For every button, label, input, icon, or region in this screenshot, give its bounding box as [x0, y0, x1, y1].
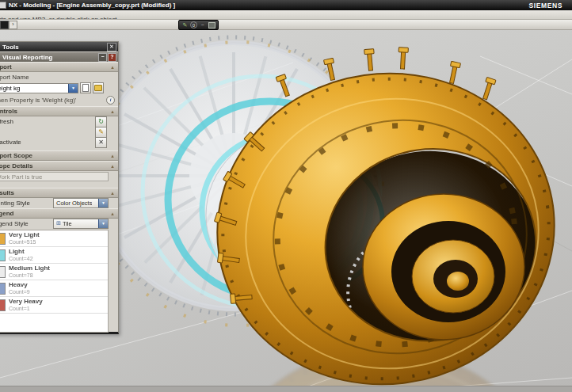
section-report[interactable]: Report ▲ [0, 62, 118, 72]
legend-item-medium-light[interactable]: Medium Light Count=78 [0, 264, 108, 280]
chevron-up-icon[interactable]: ▲ [110, 191, 115, 196]
legend-item-very-light[interactable]: Very Light Count=515 [0, 230, 108, 247]
painting-style-label: Painting Style [0, 200, 30, 207]
cue-prompt-bar: Select objects and use MB3, or double cl… [0, 10, 572, 20]
info-icon[interactable]: i [106, 96, 115, 105]
help-icon[interactable]: ? [108, 53, 116, 62]
window-titlebar[interactable]: NX - Modeling - [Engine Assembly_copy.pr… [0, 0, 572, 10]
tools-panel: Tools ✕ Visual Reporting − ? Report ▲ Re… [0, 41, 119, 334]
report-name-row: ▼ [0, 82, 118, 95]
legend-list: Very Light Count=515 Light Count=42 Medi… [0, 230, 109, 333]
inner-cone-rings [363, 194, 524, 340]
refresh-icon[interactable]: ↻ [95, 116, 107, 127]
tile-icon: ⊞ [56, 220, 61, 226]
bottom-edge-bar [0, 386, 572, 392]
deactivate-label: Deactivate [0, 139, 21, 146]
docked-toolbar-fragment[interactable] [0, 21, 9, 29]
new-report-button[interactable] [80, 82, 91, 93]
scope-condition-box: Work Part is true [0, 172, 109, 181]
legend-swatch [0, 266, 6, 278]
section-legend[interactable]: Legend ▲ [0, 208, 118, 219]
refresh-label: Refresh [0, 118, 13, 125]
refresh-row: Refresh ↻ [0, 116, 118, 127]
chevron-down-icon[interactable]: ▼ [98, 219, 108, 228]
painting-style-select[interactable]: Color Objects ▼ [53, 198, 109, 208]
page-icon [82, 84, 89, 92]
report-condition-text: When Property is 'Weight (kg)' [0, 97, 76, 104]
legend-swatch [0, 283, 6, 295]
chevron-up-icon[interactable]: ▲ [110, 65, 115, 70]
chevron-up-icon[interactable]: ▲ [110, 154, 115, 158]
open-report-button[interactable] [93, 82, 104, 93]
legend-item-heavy[interactable]: Heavy Count=9 [0, 280, 108, 297]
chevron-up-icon[interactable]: ▲ [110, 109, 115, 114]
floating-mini-toolbar[interactable]: ✎ 0 − [178, 20, 219, 30]
edit-report-icon[interactable]: ✎ [95, 127, 107, 138]
chevron-down-icon[interactable]: ▼ [98, 199, 108, 207]
section-scope-details[interactable]: Scope Details ▲ [0, 161, 118, 171]
deactivate-row: Deactivate ✕ [0, 137, 118, 147]
toolbar-overflow-button[interactable]: › [9, 21, 17, 29]
visual-reporting-header[interactable]: Visual Reporting − ? [0, 52, 118, 62]
app-icon [0, 2, 6, 9]
legend-style-row: Legend Style ⊞ Tile ▼ [0, 219, 118, 229]
close-icon[interactable]: ✕ [107, 43, 116, 51]
chevron-up-icon[interactable]: ▲ [110, 211, 115, 216]
toolbar-row: › ✎ 0 − [0, 20, 572, 30]
legend-style-label: Legend Style [0, 220, 29, 227]
tools-panel-title: Tools [0, 44, 19, 51]
legend-item-light[interactable]: Light Count=42 [0, 247, 108, 264]
zero-badge[interactable]: 0 [190, 21, 197, 29]
section-results[interactable]: Results ▲ [0, 188, 118, 198]
legend-item-very-heavy[interactable]: Very Heavy Count=1 [0, 297, 108, 314]
minimize-dash-icon[interactable]: − [198, 21, 207, 29]
deactivate-x-icon[interactable]: ✕ [95, 137, 107, 148]
legend-style-select[interactable]: ⊞ Tile ▼ [53, 219, 109, 229]
report-name-field-wrap: ▼ [0, 83, 78, 93]
report-condition-row: When Property is 'Weight (kg)' i [0, 95, 118, 106]
report-name-label: Report Name [0, 72, 118, 82]
chevron-up-icon[interactable]: ▲ [110, 164, 115, 169]
painting-style-row: Painting Style Color Objects ▼ [0, 198, 118, 208]
legend-swatch [0, 249, 6, 261]
chevron-down-icon[interactable]: ▼ [68, 84, 78, 93]
visual-reporting-title: Visual Reporting [0, 54, 52, 61]
edit-report-row: ✎ [0, 127, 118, 137]
minimize-icon[interactable]: − [98, 53, 107, 62]
report-name-input[interactable] [0, 85, 68, 92]
tools-panel-titlebar[interactable]: Tools ✕ [0, 42, 118, 51]
window-title: NX - Modeling - [Engine Assembly_copy.pr… [9, 2, 175, 9]
section-report-scope[interactable]: Report Scope ▲ [0, 150, 118, 161]
edit-pencil-icon[interactable]: ✎ [181, 21, 189, 29]
legend-swatch [0, 299, 6, 311]
legend-swatch [0, 233, 6, 245]
window-export-icon[interactable] [208, 21, 216, 29]
section-controls[interactable]: Controls ▲ [0, 106, 118, 116]
folder-icon [94, 85, 102, 91]
siemens-logo: SIEMENS [529, 2, 572, 10]
